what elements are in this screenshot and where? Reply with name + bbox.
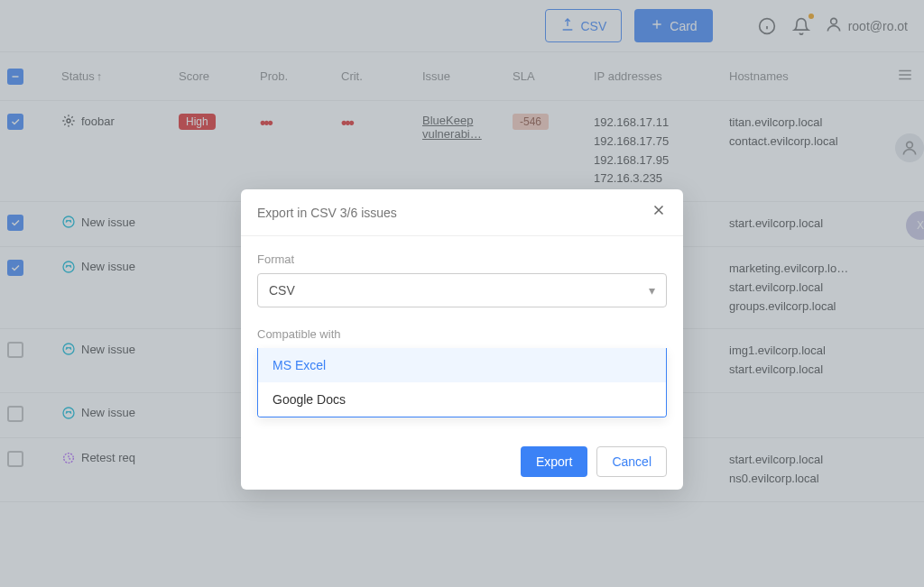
export-modal: Export in CSV 3/6 issues Format CSV ▾ Co…: [241, 189, 683, 490]
format-value: CSV: [269, 283, 295, 298]
cancel-button[interactable]: Cancel: [596, 446, 667, 477]
option-ms-excel[interactable]: MS Excel: [258, 348, 666, 382]
modal-overlay[interactable]: Export in CSV 3/6 issues Format CSV ▾ Co…: [0, 0, 924, 587]
caret-down-icon: ▾: [649, 283, 655, 298]
modal-title: Export in CSV 3/6 issues: [257, 206, 397, 220]
export-button[interactable]: Export: [521, 446, 587, 477]
compatible-dropdown: MS Excel Google Docs: [257, 348, 667, 417]
format-label: Format: [257, 252, 667, 266]
compatible-label: Compatible with: [257, 327, 667, 341]
option-google-docs[interactable]: Google Docs: [258, 382, 666, 417]
close-icon[interactable]: [651, 202, 667, 223]
format-select[interactable]: CSV ▾: [257, 273, 667, 307]
